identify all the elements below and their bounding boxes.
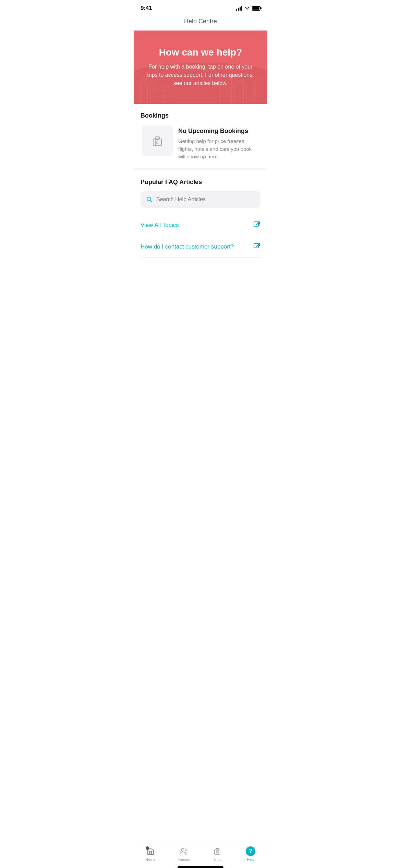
search-container[interactable] (141, 191, 260, 208)
external-link-icon-2 (253, 242, 260, 251)
svg-line-26 (256, 222, 259, 225)
bookings-section-title: Bookings (141, 112, 260, 119)
status-icons (236, 6, 260, 11)
search-input[interactable] (156, 196, 255, 203)
view-all-topics-label: View All Topics (141, 222, 179, 229)
hero-subtitle: For help with a booking, tap on one of y… (144, 63, 257, 87)
booking-empty-desc: Getting help for price freezes, flights,… (178, 137, 259, 161)
external-link-icon (253, 221, 260, 230)
search-icon (146, 196, 153, 203)
svg-rect-27 (254, 243, 258, 248)
svg-line-24 (150, 200, 152, 202)
booking-empty-title: No Upcoming Bookings (178, 128, 259, 135)
hero-title: How can we help? (144, 47, 257, 58)
svg-line-28 (256, 243, 259, 246)
faq-section: Popular FAQ Articles View All Topics (134, 170, 267, 263)
svg-rect-14 (226, 90, 228, 94)
nav-header: Help Centre (134, 14, 267, 31)
view-all-topics-link[interactable]: View All Topics (141, 215, 260, 236)
svg-rect-16 (247, 85, 254, 104)
section-divider (134, 168, 267, 170)
battery-icon (252, 6, 260, 11)
bookings-section: Bookings No Upcoming Bookings Getting he… (134, 104, 267, 168)
signal-icon (236, 6, 242, 11)
svg-rect-22 (157, 142, 158, 144)
booking-info: No Upcoming Bookings Getting help for pr… (178, 125, 259, 161)
hero-banner: How can we help? For help with a booking… (134, 31, 267, 104)
contact-support-link[interactable]: How do I contact customer support? (141, 236, 260, 258)
booking-empty-card: No Upcoming Bookings Getting help for pr… (141, 125, 260, 161)
booking-icon-container (142, 125, 173, 156)
svg-rect-13 (221, 90, 224, 94)
luggage-icon (150, 134, 164, 148)
page-title: Help Centre (184, 18, 217, 25)
contact-support-label: How do I contact customer support? (141, 243, 234, 250)
faq-section-title: Popular FAQ Articles (141, 179, 260, 186)
status-time: 9:41 (141, 5, 152, 12)
wifi-icon (244, 6, 250, 10)
svg-rect-25 (254, 222, 258, 226)
svg-rect-7 (165, 87, 173, 104)
status-bar: 9:41 (134, 0, 267, 14)
